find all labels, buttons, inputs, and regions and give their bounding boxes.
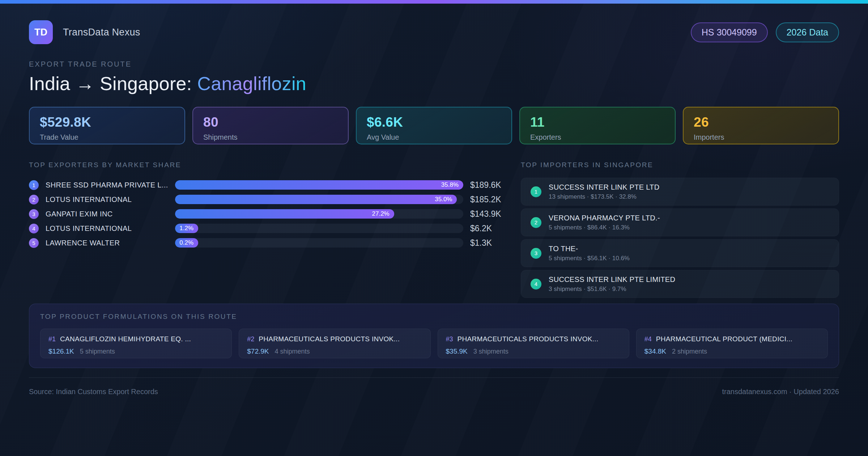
importers-section: TOP IMPORTERS IN SINGAPORE 1 SUCCESS INT… <box>521 161 839 301</box>
exporter-row[interactable]: 2 LOTUS INTERNATIONAL 35.0% $185.2K <box>29 192 498 207</box>
rank-badge: 1 <box>531 186 541 197</box>
rank-badge: 2 <box>531 217 541 228</box>
hs-code-badge[interactable]: HS 30049099 <box>691 22 768 42</box>
stat-value: $529.8K <box>40 115 174 130</box>
formulations-list: #1 CANAGLIFLOZIN HEMIHYDRATE EQ. ... $12… <box>40 329 828 358</box>
exporter-trade-value: $143.9K <box>463 209 498 219</box>
formulation-value: $34.8K <box>644 347 666 355</box>
formulation-header: #4 PHARMACEUTICAL PRODUCT (MEDICI... <box>644 335 820 343</box>
page-footer: Source: Indian Customs Export Records tr… <box>29 377 839 396</box>
formulation-card[interactable]: #4 PHARMACEUTICAL PRODUCT (MEDICI... $34… <box>636 329 828 358</box>
source-note: Source: Indian Customs Export Records <box>29 388 158 396</box>
formulation-header: #1 CANAGLIFLOZIN HEMIHYDRATE EQ. ... <box>48 335 224 343</box>
stat-value: $6.6K <box>367 115 501 130</box>
eyebrow-label: EXPORT TRADE ROUTE <box>29 60 839 68</box>
formulation-value: $35.9K <box>446 347 468 355</box>
formulation-rank: #3 <box>446 335 453 343</box>
importer-meta: 5 shipments · $56.1K · 10.6% <box>549 255 630 262</box>
stat-card: $529.8K Trade Value <box>29 107 185 144</box>
formulation-shipments: 2 shipments <box>672 348 707 355</box>
market-share-bar: 35.8% <box>175 180 463 190</box>
market-share-track: 35.8% <box>175 180 463 190</box>
market-share-bar: 1.2% <box>175 224 198 233</box>
stat-label: Trade Value <box>40 133 174 142</box>
stat-value: 11 <box>530 115 665 130</box>
importer-name: SUCCESS INTER LINK PTE LTD <box>549 183 659 191</box>
exporter-name: GANPATI EXIM INC <box>46 210 175 218</box>
importer-meta: 3 shipments · $51.6K · 9.7% <box>549 286 675 293</box>
formulation-name: PHARMACEUTICALS PRODUCTS INVOK... <box>458 335 599 343</box>
market-share-percent: 0.2% <box>179 239 193 246</box>
importer-card[interactable]: 1 SUCCESS INTER LINK PTE LTD 13 shipment… <box>521 178 839 206</box>
importer-info: VERONA PHARMACY PTE LTD.- 5 shipments · … <box>549 214 660 231</box>
formulation-stats: $35.9K 3 shipments <box>446 347 621 355</box>
page-title: India → Singapore: Canagliflozin <box>29 73 839 94</box>
logo: TD <box>29 20 53 44</box>
formulation-name: PHARMACEUTICALS PRODUCTS INVOK... <box>259 335 400 343</box>
rank-badge: 3 <box>531 248 541 259</box>
importer-info: SUCCESS INTER LINK PTE LTD 13 shipments … <box>549 183 659 200</box>
formulation-rank: #2 <box>247 335 254 343</box>
exporter-row[interactable]: 3 GANPATI EXIM INC 27.2% $143.9K <box>29 207 498 221</box>
exporter-trade-value: $189.6K <box>463 180 498 190</box>
importers-heading: TOP IMPORTERS IN SINGAPORE <box>521 161 839 169</box>
page: TD TransData Nexus HS 30049099 2026 Data… <box>0 20 868 396</box>
importer-card[interactable]: 3 TO THE- 5 shipments · $56.1K · 10.6% <box>521 239 839 267</box>
importers-list: 1 SUCCESS INTER LINK PTE LTD 13 shipment… <box>521 178 839 298</box>
stat-label: Exporters <box>530 133 665 142</box>
stat-value: 26 <box>694 115 828 130</box>
market-share-bar: 0.2% <box>175 238 198 248</box>
market-share-track: 0.2% <box>175 238 463 248</box>
importer-name: TO THE- <box>549 245 630 253</box>
market-share-track: 27.2% <box>175 209 463 219</box>
formulation-rank: #4 <box>644 335 652 343</box>
formulation-shipments: 5 shipments <box>80 348 115 355</box>
stat-card: 80 Shipments <box>192 107 349 144</box>
market-share-percent: 27.2% <box>372 210 390 218</box>
stat-label: Importers <box>694 133 828 142</box>
exporter-row[interactable]: 5 LAWRENCE WALTER 0.2% $1.3K <box>29 236 498 250</box>
market-share-bar: 35.0% <box>175 195 457 204</box>
route-title: India → Singapore: <box>29 73 192 94</box>
formulation-card[interactable]: #1 CANAGLIFLOZIN HEMIHYDRATE EQ. ... $12… <box>40 329 232 358</box>
market-share-percent: 1.2% <box>179 225 193 232</box>
importer-info: TO THE- 5 shipments · $56.1K · 10.6% <box>549 245 630 262</box>
formulation-card[interactable]: #3 PHARMACEUTICALS PRODUCTS INVOK... $35… <box>438 329 629 358</box>
importer-name: SUCCESS INTER LINK PTE LIMITED <box>549 275 675 284</box>
rank-badge: 5 <box>29 238 39 248</box>
formulation-header: #3 PHARMACEUTICALS PRODUCTS INVOK... <box>446 335 621 343</box>
top-accent-bar <box>0 0 868 4</box>
formulation-stats: $126.1K 5 shipments <box>48 347 224 355</box>
exporter-row[interactable]: 1 SHREE SSD PHARMA PRIVATE L... 35.8% $1… <box>29 178 498 192</box>
exporter-row[interactable]: 4 LOTUS INTERNATIONAL 1.2% $6.2K <box>29 221 498 236</box>
market-share-percent: 35.0% <box>435 196 452 203</box>
exporter-trade-value: $6.2K <box>463 224 498 233</box>
product-title: Canagliflozin <box>197 73 306 94</box>
importer-name: VERONA PHARMACY PTE LTD.- <box>549 214 660 222</box>
importer-card[interactable]: 2 VERONA PHARMACY PTE LTD.- 5 shipments … <box>521 208 839 236</box>
rank-badge: 2 <box>29 195 39 204</box>
formulations-heading: TOP PRODUCT FORMULATIONS ON THIS ROUTE <box>40 313 828 321</box>
rank-badge: 4 <box>531 279 541 290</box>
exporter-name: LOTUS INTERNATIONAL <box>46 224 175 233</box>
market-share-track: 1.2% <box>175 224 463 233</box>
formulation-shipments: 4 shipments <box>275 348 310 355</box>
exporter-trade-value: $1.3K <box>463 238 498 248</box>
importer-meta: 13 shipments · $173.5K · 32.8% <box>549 193 659 200</box>
formulation-header: #2 PHARMACEUTICALS PRODUCTS INVOK... <box>247 335 422 343</box>
formulation-value: $72.9K <box>247 347 269 355</box>
formulation-stats: $34.8K 2 shipments <box>644 347 820 355</box>
stat-value: 80 <box>203 115 338 130</box>
stat-card: $6.6K Avg Value <box>356 107 512 144</box>
formulation-card[interactable]: #2 PHARMACEUTICALS PRODUCTS INVOK... $72… <box>239 329 430 358</box>
site-note: transdatanexus.com · Updated 2026 <box>722 388 839 396</box>
exporter-name: SHREE SSD PHARMA PRIVATE L... <box>46 181 175 189</box>
main-columns: TOP EXPORTERS BY MARKET SHARE 1 SHREE SS… <box>29 161 839 301</box>
exporters-heading: TOP EXPORTERS BY MARKET SHARE <box>29 161 498 169</box>
market-share-bar: 27.2% <box>175 209 394 219</box>
formulation-value: $126.1K <box>48 347 74 355</box>
app-name: TransData Nexus <box>63 27 140 38</box>
year-data-badge[interactable]: 2026 Data <box>776 22 839 42</box>
importer-card[interactable]: 4 SUCCESS INTER LINK PTE LIMITED 3 shipm… <box>521 270 839 298</box>
app-header: TD TransData Nexus HS 30049099 2026 Data <box>29 20 839 44</box>
